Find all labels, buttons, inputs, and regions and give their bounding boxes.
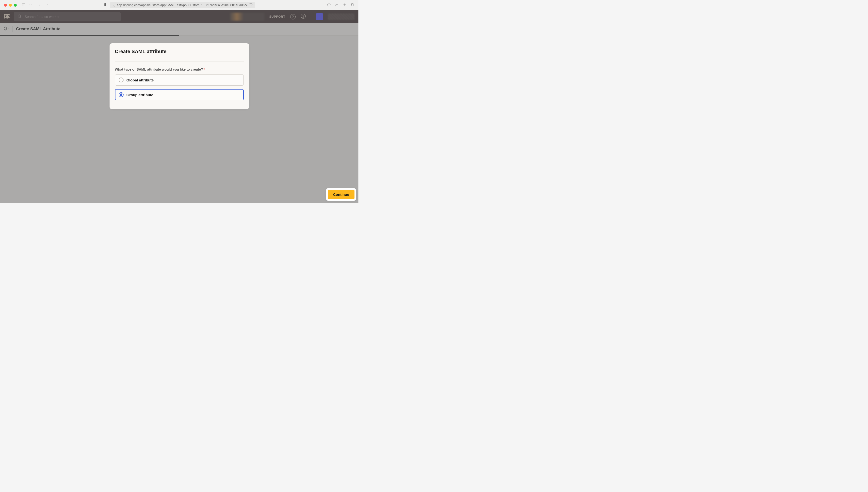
forward-button[interactable] bbox=[45, 3, 49, 8]
svg-point-10 bbox=[18, 15, 21, 18]
minimize-window-button[interactable] bbox=[9, 4, 12, 7]
url-text: app.rippling.com/apps/custom-app/SAMLTes… bbox=[117, 3, 247, 7]
share-icon[interactable] bbox=[335, 3, 339, 8]
divider bbox=[12, 26, 13, 32]
svg-rect-9 bbox=[352, 4, 354, 6]
required-indicator: * bbox=[204, 67, 205, 71]
create-saml-attribute-modal: Create SAML attribute What type of SAML … bbox=[110, 43, 249, 109]
search-box[interactable] bbox=[14, 12, 121, 21]
search-input[interactable] bbox=[25, 15, 117, 19]
radio-selected-dot bbox=[120, 94, 122, 96]
sidebar-toggle-group bbox=[22, 3, 49, 8]
rippling-logo[interactable] bbox=[4, 13, 10, 20]
workflow-icon[interactable] bbox=[4, 26, 9, 32]
close-window-button[interactable] bbox=[4, 4, 7, 7]
continue-button[interactable]: Continue bbox=[328, 190, 354, 199]
main-content: Create SAML attribute What type of SAML … bbox=[0, 36, 358, 203]
footer-action-container: Continue bbox=[326, 188, 356, 201]
radio-global-attribute[interactable]: Global attribute bbox=[115, 74, 244, 85]
sub-header: Create SAML Attribute bbox=[0, 23, 358, 35]
search-icon bbox=[17, 14, 22, 20]
privacy-shield-icon[interactable] bbox=[103, 3, 107, 7]
url-bar[interactable]: app.rippling.com/apps/custom-app/SAMLTes… bbox=[110, 2, 255, 8]
svg-rect-16 bbox=[7, 28, 8, 29]
download-icon[interactable] bbox=[327, 3, 331, 8]
sidebar-icon[interactable] bbox=[22, 3, 26, 8]
page-title: Create SAML Attribute bbox=[16, 27, 60, 31]
radio-label: Global attribute bbox=[126, 78, 154, 82]
app-top-bar: SUPPORT ? bbox=[0, 10, 358, 23]
user-avatar[interactable] bbox=[316, 13, 323, 20]
svg-rect-0 bbox=[22, 3, 25, 6]
new-tab-icon[interactable] bbox=[343, 3, 347, 8]
tabs-icon[interactable] bbox=[351, 3, 354, 8]
lock-icon bbox=[113, 4, 115, 6]
svg-line-11 bbox=[20, 17, 21, 18]
maximize-window-button[interactable] bbox=[14, 4, 17, 7]
chevron-down-icon[interactable] bbox=[28, 3, 32, 8]
modal-title: Create SAML attribute bbox=[115, 49, 244, 54]
radio-circle-icon bbox=[119, 77, 123, 82]
svg-rect-14 bbox=[5, 27, 6, 28]
window-controls bbox=[4, 4, 17, 7]
user-name-blurred bbox=[328, 14, 354, 20]
help-icon[interactable]: ? bbox=[290, 14, 296, 20]
radio-circle-icon bbox=[119, 92, 123, 97]
divider bbox=[115, 61, 244, 62]
accessibility-icon[interactable] bbox=[301, 14, 306, 20]
support-link[interactable]: SUPPORT bbox=[269, 15, 285, 19]
radio-label: Group attribute bbox=[126, 93, 154, 97]
reload-icon[interactable] bbox=[249, 3, 253, 7]
svg-rect-15 bbox=[5, 29, 6, 30]
browser-chrome: app.rippling.com/apps/custom-app/SAMLTes… bbox=[0, 0, 358, 10]
divider bbox=[311, 14, 311, 20]
svg-point-13 bbox=[303, 15, 304, 16]
org-switcher-blurred bbox=[230, 13, 264, 21]
form-question-label: What type of SAML attribute would you li… bbox=[115, 67, 244, 71]
svg-rect-2 bbox=[113, 6, 115, 7]
radio-group-attribute[interactable]: Group attribute bbox=[115, 89, 244, 100]
back-button[interactable] bbox=[38, 3, 41, 8]
